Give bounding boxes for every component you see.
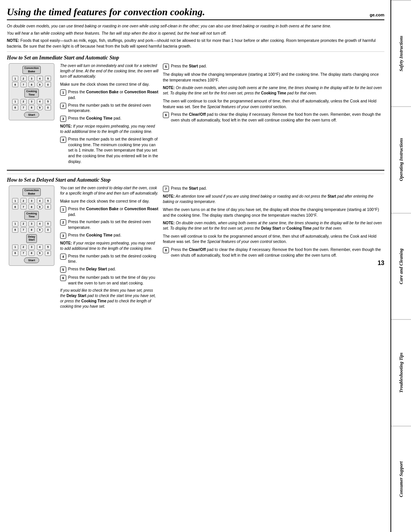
- key-9c: 9: [37, 204, 43, 209]
- key-8e: 8: [29, 251, 35, 256]
- section2-step-2: 2 Press the number pads to set the desir…: [60, 219, 159, 230]
- section2-step-5: 5 Press the Delay Start pad.: [60, 266, 159, 273]
- key-7b: 7: [21, 105, 27, 110]
- s2-step-num-7: 7: [163, 186, 169, 192]
- page-header: Using the timed features for convection …: [7, 7, 384, 20]
- s2-step-num-3: 3: [60, 233, 66, 239]
- key-7d: 7: [21, 227, 27, 233]
- oven-panel-2: Convection Bake 1 2 3 4 5 6 7 8 9: [9, 185, 54, 265]
- section2-steps-intro: You can set the oven control to delay-st…: [60, 185, 159, 196]
- section1-right-p1: The display will show the changing tempe…: [163, 72, 384, 83]
- key-1b: 1: [12, 99, 18, 104]
- section2-check-note: If you would like to check the times you…: [60, 288, 159, 309]
- step-text-1: Press the Convection Bake or Convection …: [68, 89, 159, 100]
- key-0d: 0: [45, 227, 51, 233]
- site-url: ge.com: [370, 13, 384, 18]
- tab-troubleshooting-tips[interactable]: Troubleshooting Tips: [391, 319, 411, 425]
- cooking-time-button-1: Cooking Time: [24, 89, 39, 97]
- key-6c: 6: [12, 204, 18, 209]
- intro-note: NOTE: Foods that spoil easily—such as mi…: [7, 38, 384, 49]
- numpad-row-3a: 1 2 3 4 5: [12, 198, 51, 203]
- key-2b: 2: [21, 99, 27, 104]
- tab-consumer-support[interactable]: Consumer Support: [391, 426, 411, 532]
- key-0: 0: [45, 82, 51, 87]
- key-3d: 3: [29, 221, 35, 227]
- key-4d: 4: [37, 221, 43, 227]
- step-num-4: 4: [60, 137, 66, 143]
- delay-start-button: Delay Start: [26, 234, 37, 243]
- key-1d: 1: [12, 221, 18, 227]
- key-8c: 8: [29, 204, 35, 209]
- intro-p1: On double oven models, you can use timed…: [7, 23, 384, 29]
- key-3e: 3: [29, 244, 35, 250]
- s2-step-num-8: 8: [163, 247, 169, 253]
- section2-step-4: 4 Press the number pads to set the desir…: [60, 253, 159, 264]
- section1-panel-right: 5 Press the Start pad. The display will …: [163, 63, 384, 166]
- section1-header: How to Set an Immediate Start and Automa…: [7, 55, 384, 61]
- s2-step-text-6: Press the number pads to set the time of…: [68, 275, 159, 286]
- bake-label-2: Bake: [24, 192, 39, 195]
- s2-step-num-2: 2: [60, 219, 66, 225]
- key-5b: 5: [45, 99, 51, 104]
- section1-step-5: 5 Press the Start pad.: [163, 63, 384, 70]
- section1-steps-intro: The oven will turn on immediately and co…: [60, 63, 159, 79]
- section1-step-2: 2 Press the number pads to set the desir…: [60, 102, 159, 113]
- s2-step-text-2: Press the number pads to set the desired…: [68, 219, 159, 230]
- s2-step-text-3: Press the Cooking Time pad.: [68, 232, 159, 238]
- section1-step-6: 6 Press the Clear/Off pad to clear the d…: [163, 112, 384, 123]
- section1: How to Set an Immediate Start and Automa…: [7, 51, 384, 166]
- numpad-row-2b: 6 7 8 9 0: [12, 105, 51, 110]
- step-text-3: Press the Cooking Time pad.: [68, 115, 159, 121]
- numpad-row-5b: 6 7 8 9 0: [12, 251, 51, 256]
- tab-safety-instructions[interactable]: Safety Instructions: [391, 0, 411, 106]
- key-5: 5: [45, 76, 51, 81]
- key-9d: 9: [37, 227, 43, 233]
- section2-clock-note: Make sure the clock shows the correct ti…: [60, 198, 159, 204]
- section1-clock-note: Make sure the clock shows the correct ti…: [60, 81, 159, 87]
- key-2: 2: [21, 76, 27, 81]
- section1-note-preheating: NOTE: If your recipe requires preheating…: [60, 124, 159, 134]
- bake-button-2: Convection Bake: [22, 188, 41, 196]
- key-8d: 8: [29, 227, 35, 233]
- step-text-5: Press the Start pad.: [171, 63, 384, 69]
- key-7e: 7: [21, 251, 27, 256]
- key-4: 4: [37, 76, 43, 81]
- step-num-2: 2: [60, 103, 66, 109]
- intro-p2: You will hear a fan while cooking with t…: [7, 30, 384, 36]
- delay-start-line2: Start: [28, 238, 35, 241]
- bake-label-1: Bake: [24, 70, 39, 73]
- section1-right-note1: NOTE: On double oven models, when using …: [163, 85, 384, 96]
- tab-operating-instructions[interactable]: Operating Instructions: [391, 106, 411, 212]
- delay-start-line1: Delay: [28, 235, 35, 238]
- s2-step-num-1: 1: [60, 206, 66, 212]
- key-3c: 3: [29, 198, 35, 203]
- numpad-row-1b: 6 7 8 9 0: [12, 82, 51, 87]
- cooking-time-button-2: Cooking Time: [24, 211, 39, 220]
- s2-step-text-5: Press the Delay Start pad.: [68, 266, 159, 272]
- cooking-time-line2-2: Time: [26, 215, 37, 218]
- section1-step-4: 4 Press the number pads to set the desir…: [60, 136, 159, 164]
- section2-step-3: 3 Press the Cooking Time pad.: [60, 232, 159, 239]
- section2-step-7: 7 Press the Start pad.: [163, 185, 384, 192]
- convection-label-2: Convection: [24, 189, 39, 192]
- s2-step-num-5: 5: [60, 267, 66, 273]
- tab-care-and-cleaning[interactable]: Care and Cleaning: [391, 213, 411, 319]
- page-title: Using the timed features for convection …: [7, 7, 205, 18]
- page-number: 13: [163, 260, 384, 267]
- section1-step-1: 1 Press the Convection Bake or Convectio…: [60, 89, 159, 100]
- cooking-time-line1-2: Cooking: [26, 212, 37, 215]
- key-5c: 5: [45, 198, 51, 203]
- s2-step-text-4: Press the number pads to set the desired…: [68, 253, 159, 264]
- section2-panel-right: 7 Press the Start pad. NOTE: An attentio…: [163, 185, 384, 311]
- side-tabs: Safety Instructions Operating Instructio…: [391, 0, 411, 532]
- key-1: 1: [12, 76, 18, 81]
- section2-step-8: 8 Press the Clear/Off pad to clear the d…: [163, 247, 384, 258]
- key-2e: 2: [21, 244, 27, 250]
- section1-right-p2: The oven will continue to cook for the p…: [163, 98, 384, 109]
- section2-step-6: 6 Press the number pads to set the time …: [60, 275, 159, 286]
- s2-step-text-1: Press the Convection Bake or Convection …: [68, 206, 159, 217]
- section2-right-p2: The oven will continue to cook for the p…: [163, 233, 384, 244]
- key-9e: 9: [37, 251, 43, 256]
- step-num-6: 6: [163, 112, 169, 118]
- key-8b: 8: [29, 105, 35, 110]
